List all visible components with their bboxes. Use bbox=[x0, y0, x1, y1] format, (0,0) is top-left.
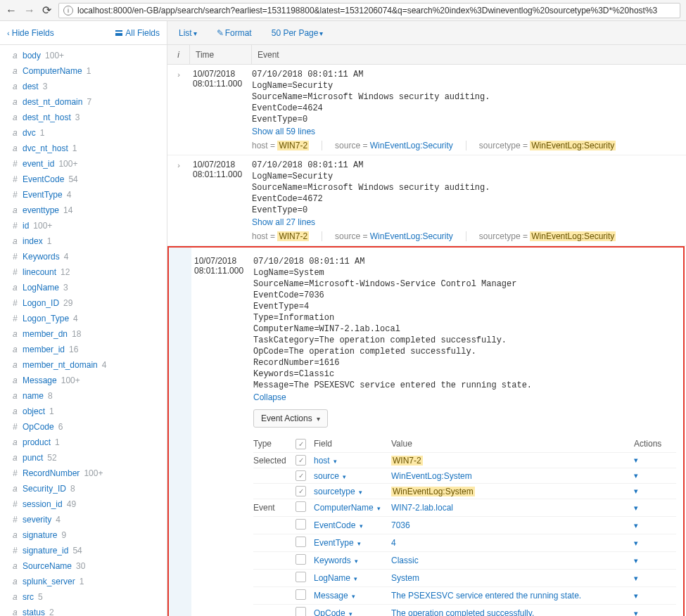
field-row[interactable]: aLogName3 bbox=[0, 280, 167, 295]
field-actions[interactable]: ▾ bbox=[634, 574, 676, 583]
meta-sourcetype[interactable]: WinEventLog:Security bbox=[530, 141, 616, 150]
field-actions[interactable]: ▾ bbox=[634, 521, 676, 530]
nav-forward-icon[interactable]: → bbox=[24, 4, 35, 17]
hide-fields-button[interactable]: ‹ Hide Fields bbox=[7, 28, 54, 38]
field-row[interactable]: #id100+ bbox=[0, 218, 167, 233]
nav-back-icon[interactable]: ← bbox=[6, 4, 17, 17]
field-name-cell[interactable]: host ▾ bbox=[314, 456, 391, 466]
field-row[interactable]: aindex1 bbox=[0, 233, 167, 249]
field-checkbox[interactable] bbox=[296, 519, 306, 530]
field-row[interactable]: aobject1 bbox=[0, 404, 167, 419]
field-actions[interactable]: ▾ bbox=[634, 487, 676, 496]
field-value-cell[interactable]: The PSEXESVC service entered the running… bbox=[391, 591, 634, 601]
field-row[interactable]: #event_id100+ bbox=[0, 156, 167, 172]
field-row[interactable]: #Logon_ID29 bbox=[0, 295, 167, 311]
field-checkbox[interactable] bbox=[296, 470, 306, 481]
all-fields-button[interactable]: All Fields bbox=[115, 28, 160, 38]
url-bar[interactable]: i localhost:8000/en-GB/app/search/search… bbox=[58, 3, 680, 18]
field-row[interactable]: abody100+ bbox=[0, 48, 167, 63]
format-button[interactable]: ✎Format bbox=[217, 28, 252, 38]
field-actions[interactable]: ▾ bbox=[634, 609, 676, 617]
field-row[interactable]: amember_nt_domain4 bbox=[0, 357, 167, 373]
collapse-link[interactable]: Collapse bbox=[253, 392, 286, 402]
field-row[interactable]: adest_nt_host3 bbox=[0, 110, 167, 125]
meta-host[interactable]: WIN7-2 bbox=[277, 141, 309, 150]
field-row[interactable]: amember_id16 bbox=[0, 342, 167, 357]
field-actions[interactable]: ▾ bbox=[634, 456, 676, 465]
field-name-cell[interactable]: ComputerName ▾ bbox=[314, 503, 391, 513]
field-value-cell[interactable]: 7036 bbox=[391, 520, 634, 530]
field-row[interactable]: aproduct1 bbox=[0, 435, 167, 450]
field-row[interactable]: adest3 bbox=[0, 79, 167, 94]
field-row[interactable]: aeventtype14 bbox=[0, 203, 167, 218]
events-header-time[interactable]: Time bbox=[190, 45, 252, 64]
field-row[interactable]: #signature_id54 bbox=[0, 543, 167, 558]
field-row[interactable]: #severity4 bbox=[0, 512, 167, 527]
field-row[interactable]: aSecurity_ID8 bbox=[0, 481, 167, 496]
field-checkbox[interactable] bbox=[296, 589, 306, 600]
field-row[interactable]: #Keywords4 bbox=[0, 249, 167, 264]
field-row[interactable]: aMessage100+ bbox=[0, 373, 167, 388]
field-name-cell[interactable]: sourcetype ▾ bbox=[314, 487, 391, 496]
show-all-lines-link[interactable]: Show all 59 lines bbox=[252, 127, 315, 136]
field-actions[interactable]: ▾ bbox=[634, 556, 676, 565]
expand-toggle-icon[interactable]: › bbox=[177, 70, 180, 79]
field-row[interactable]: advc_nt_host1 bbox=[0, 141, 167, 156]
field-actions[interactable]: ▾ bbox=[634, 539, 676, 548]
field-row[interactable]: advc1 bbox=[0, 125, 167, 141]
expand-toggle-icon[interactable]: › bbox=[177, 161, 180, 169]
site-info-icon[interactable]: i bbox=[63, 6, 73, 15]
field-actions[interactable]: ▾ bbox=[634, 503, 676, 513]
field-checkbox[interactable] bbox=[296, 455, 306, 466]
field-checkbox[interactable] bbox=[296, 486, 306, 496]
field-row[interactable]: #RecordNumber100+ bbox=[0, 466, 167, 481]
field-row[interactable]: #session_id49 bbox=[0, 496, 167, 512]
per-page-button[interactable]: 50 Per Page▾ bbox=[272, 28, 324, 38]
event-actions-button[interactable]: Event Actions▾ bbox=[253, 409, 328, 428]
field-row[interactable]: adest_nt_domain7 bbox=[0, 94, 167, 110]
field-value-cell[interactable]: 4 bbox=[391, 538, 634, 548]
field-row[interactable]: apunct52 bbox=[0, 450, 167, 466]
field-row[interactable]: asignature9 bbox=[0, 527, 167, 543]
field-row[interactable]: aSourceName30 bbox=[0, 558, 167, 574]
field-value-cell[interactable]: The operation completed successfully. bbox=[391, 608, 634, 616]
event-time[interactable]: 10/07/201808:01:11.000 bbox=[191, 256, 253, 616]
field-row[interactable]: #EventCode54 bbox=[0, 172, 167, 187]
meta-source[interactable]: WinEventLog:Security bbox=[370, 231, 453, 241]
field-row[interactable]: #OpCode6 bbox=[0, 419, 167, 435]
field-name-cell[interactable]: EventCode ▾ bbox=[314, 520, 391, 530]
field-value-cell[interactable]: WinEventLog:System bbox=[391, 471, 472, 481]
field-row[interactable]: asrc5 bbox=[0, 589, 167, 605]
field-name-cell[interactable]: Message ▾ bbox=[314, 591, 391, 601]
field-checkbox[interactable] bbox=[296, 572, 306, 582]
field-name-cell[interactable]: LogName ▾ bbox=[314, 573, 391, 583]
field-name-cell[interactable]: OpCode ▾ bbox=[314, 608, 391, 616]
field-name-cell[interactable]: Keywords ▾ bbox=[314, 556, 391, 565]
field-row[interactable]: aComputerName1 bbox=[0, 63, 167, 79]
field-value-cell[interactable]: Classic bbox=[391, 556, 634, 565]
field-value-cell[interactable]: System bbox=[391, 573, 634, 583]
field-name-cell[interactable]: source ▾ bbox=[314, 471, 391, 481]
field-row[interactable]: #linecount12 bbox=[0, 264, 167, 280]
field-row[interactable]: #EventType4 bbox=[0, 187, 167, 203]
field-name-cell[interactable]: EventType ▾ bbox=[314, 538, 391, 548]
field-checkbox[interactable] bbox=[296, 537, 306, 547]
event-time[interactable]: 10/07/201808:01:11.000 bbox=[190, 160, 252, 241]
field-checkbox[interactable] bbox=[296, 607, 306, 616]
field-value-cell[interactable]: WIN7-2 bbox=[391, 456, 423, 466]
meta-host[interactable]: WIN7-2 bbox=[277, 231, 309, 241]
event-time[interactable]: 10/07/201808:01:11.000 bbox=[190, 69, 252, 150]
show-all-lines-link[interactable]: Show all 27 lines bbox=[252, 217, 315, 227]
field-checkbox[interactable] bbox=[296, 501, 306, 512]
field-value-cell[interactable]: WIN7-2.lab.local bbox=[391, 503, 634, 513]
list-mode-button[interactable]: List▾ bbox=[179, 28, 197, 38]
field-actions[interactable]: ▾ bbox=[634, 591, 676, 601]
meta-source[interactable]: WinEventLog:Security bbox=[370, 141, 453, 150]
meta-sourcetype[interactable]: WinEventLog:Security bbox=[530, 231, 616, 241]
field-row[interactable]: aname8 bbox=[0, 388, 167, 404]
nav-reload-icon[interactable]: ⟳ bbox=[42, 4, 51, 17]
field-row[interactable]: asplunk_server1 bbox=[0, 574, 167, 589]
field-actions[interactable]: ▾ bbox=[634, 471, 676, 480]
field-value-cell[interactable]: WinEventLog:System bbox=[391, 487, 475, 496]
field-row[interactable]: amember_dn18 bbox=[0, 326, 167, 342]
